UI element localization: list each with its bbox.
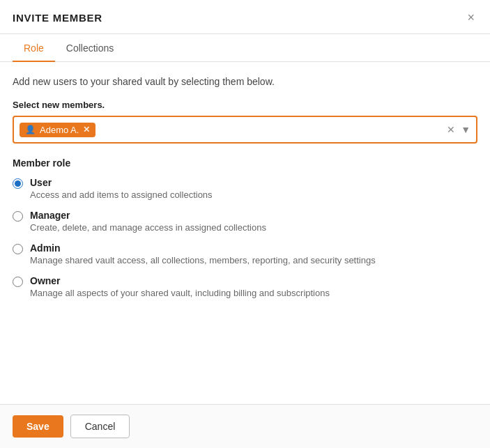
member-tag-name: Ademo A. xyxy=(40,125,79,135)
modal-body: Add new users to your shared vault by se… xyxy=(0,62,490,404)
role-option-admin: Admin Manage shared vault access, all co… xyxy=(13,242,477,265)
role-option-manager: Manager Create, delete, and manage acces… xyxy=(13,210,477,233)
radio-owner[interactable] xyxy=(13,277,23,287)
modal-header: INVITE MEMBER × xyxy=(0,0,490,34)
role-user-desc: Access and add items to assigned collect… xyxy=(30,190,213,200)
modal-footer: Save Cancel xyxy=(0,404,490,448)
invite-member-modal: INVITE MEMBER × Role Collections Add new… xyxy=(0,0,490,448)
role-owner-desc: Manage all aspects of your shared vault,… xyxy=(30,288,330,298)
role-manager-label[interactable]: Manager xyxy=(30,210,266,221)
close-button[interactable]: × xyxy=(464,10,477,25)
member-role-title: Member role xyxy=(13,157,477,169)
tab-collections[interactable]: Collections xyxy=(55,34,125,62)
member-icon: 👤 xyxy=(25,125,36,134)
save-button[interactable]: Save xyxy=(13,415,63,438)
radio-admin[interactable] xyxy=(13,244,23,254)
role-admin-label[interactable]: Admin xyxy=(30,242,376,254)
cancel-button[interactable]: Cancel xyxy=(70,415,130,438)
role-user-label[interactable]: User xyxy=(30,177,213,188)
role-admin-desc: Manage shared vault access, all collecti… xyxy=(30,255,376,265)
tab-role[interactable]: Role xyxy=(13,34,55,62)
role-owner-label[interactable]: Owner xyxy=(30,275,330,286)
radio-manager[interactable] xyxy=(13,211,23,222)
member-tag-ademo: 👤 Ademo A. ✕ xyxy=(20,123,95,137)
select-controls: ✕ ▼ xyxy=(447,124,470,135)
tab-bar: Role Collections xyxy=(0,34,490,62)
member-select[interactable]: 👤 Ademo A. ✕ ✕ ▼ xyxy=(13,116,477,144)
role-option-owner: Owner Manage all aspects of your shared … xyxy=(13,275,477,298)
description-text: Add new users to your shared vault by se… xyxy=(13,76,477,87)
select-dropdown-button[interactable]: ▼ xyxy=(461,124,470,135)
select-clear-button[interactable]: ✕ xyxy=(447,124,455,135)
select-members-label: Select new members. xyxy=(13,100,477,110)
member-tag-remove-button[interactable]: ✕ xyxy=(83,125,90,134)
role-option-user: User Access and add items to assigned co… xyxy=(13,177,477,200)
radio-user[interactable] xyxy=(13,178,23,189)
role-manager-desc: Create, delete, and manage access in ass… xyxy=(30,222,266,233)
modal-title: INVITE MEMBER xyxy=(13,12,102,24)
